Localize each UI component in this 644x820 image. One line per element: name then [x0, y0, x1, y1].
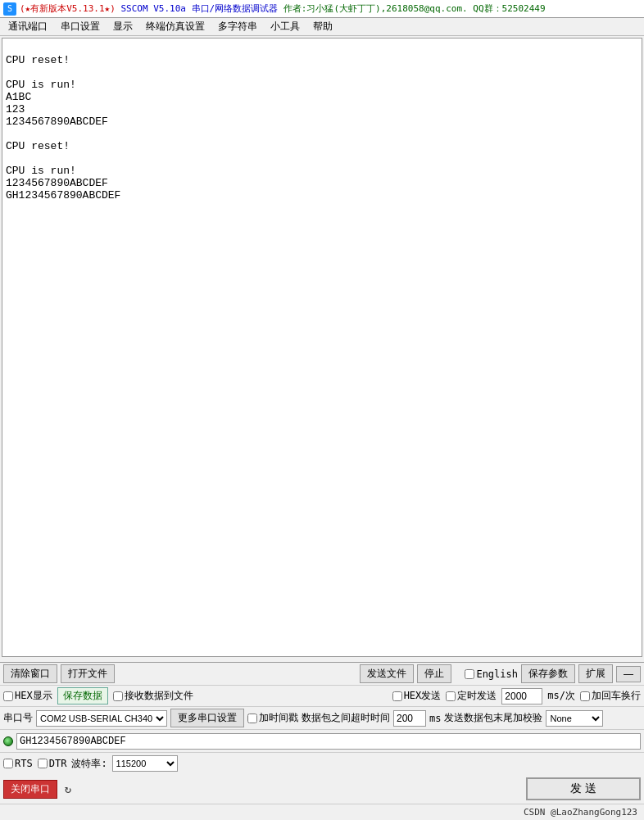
dtr-group: DTR: [38, 758, 67, 769]
com-row: 串口号 COM2 USB-SERIAL CH340 更多串口设置 加时间戳 数据…: [0, 707, 644, 730]
packet-timeout-input[interactable]: [393, 710, 426, 727]
baud-select[interactable]: 9600 19200 38400 57600 115200 230400 460…: [112, 755, 178, 772]
timed-send-label: 定时发送: [457, 689, 497, 703]
save-params-button[interactable]: 保存参数: [521, 664, 575, 683]
menu-tools[interactable]: 小工具: [264, 18, 306, 35]
clear-window-button[interactable]: 清除窗口: [3, 664, 57, 683]
close-port-button[interactable]: 关闭串口: [3, 780, 57, 799]
newline-checkbox[interactable]: [580, 691, 590, 701]
bottom-panel: 清除窗口 打开文件 发送文件 停止 English 保存参数 扩展 — HEX显…: [0, 662, 644, 820]
terminal-output: CPU reset! CPU is run! A1BC 123 12345678…: [2, 38, 642, 657]
hex-send-label: HEX发送: [404, 689, 442, 703]
menu-bar: 通讯端口 串口设置 显示 终端仿真设置 多字符串 小工具 帮助: [0, 18, 644, 36]
title-text: (★有新版本V5.13.1★) SSCOM V5.10a 串口/网络数据调试器 …: [20, 2, 546, 15]
menu-terminal[interactable]: 终端仿真设置: [139, 18, 211, 35]
receive-to-file-label: 接收数据到文件: [125, 689, 193, 703]
rts-checkbox[interactable]: [3, 759, 13, 768]
receive-to-file-checkbox[interactable]: [113, 691, 123, 701]
baud-label: 波特率:: [71, 757, 107, 771]
port-label: 串口号: [3, 711, 33, 725]
led-indicator: [3, 736, 13, 746]
hex-display-group: HEX显示: [3, 689, 52, 703]
timeout-unit-label: ms: [429, 713, 441, 724]
dtr-label: DTR: [49, 758, 67, 769]
english-check-group: English: [465, 668, 518, 680]
title-prefix: (★有新版本V5.13.1★): [20, 3, 116, 14]
receive-to-file-group: 接收数据到文件: [113, 689, 193, 703]
tail-check-label: 发送数据包末尾加校验: [444, 711, 542, 725]
rts-label: RTS: [15, 758, 33, 769]
send-button[interactable]: 发 送: [526, 777, 641, 800]
minimize-button[interactable]: —: [616, 666, 641, 682]
menu-port[interactable]: 通讯端口: [2, 18, 54, 35]
dtr-checkbox[interactable]: [38, 759, 48, 768]
title-appname: SSCOM V5.10a 串口/网络数据调试器: [120, 3, 278, 14]
menu-multistring[interactable]: 多字符串: [211, 18, 264, 35]
status-text: CSDN @LaoZhangGong123: [524, 807, 637, 818]
app-icon: S: [3, 2, 16, 16]
send-input[interactable]: [16, 733, 641, 750]
title-bar: S (★有新版本V5.13.1★) SSCOM V5.10a 串口/网络数据调试…: [0, 0, 644, 18]
timed-send-checkbox[interactable]: [446, 691, 456, 701]
terminal-text: CPU reset! CPU is run! A1BC 123 12345678…: [6, 54, 120, 202]
hex-display-label: HEX显示: [15, 689, 52, 703]
english-label: English: [476, 668, 518, 680]
timestamp-checkbox[interactable]: [247, 714, 257, 723]
stop-button[interactable]: 停止: [417, 664, 451, 683]
send-file-button[interactable]: 发送文件: [360, 664, 414, 683]
hex-send-group: HEX发送: [392, 689, 442, 703]
send-button-row: 关闭串口 ↻ 发 送: [0, 774, 644, 804]
expand-button[interactable]: 扩展: [578, 664, 613, 683]
newline-label: 加回车换行: [592, 689, 641, 703]
toolbar-row: 清除窗口 打开文件 发送文件 停止 English 保存参数 扩展 —: [0, 663, 644, 686]
hex-display-checkbox[interactable]: [3, 691, 13, 701]
add-timestamp-group: 加时间戳: [247, 711, 298, 725]
send-row: [0, 730, 644, 753]
refresh-icon[interactable]: ↻: [61, 781, 75, 796]
title-author: 作者:习小猛(大虾丁丁),2618058@qq.com. QQ群：5250244…: [283, 3, 546, 14]
tail-check-select[interactable]: None: [546, 710, 603, 727]
rts-group: RTS: [3, 758, 33, 769]
settings-row1: HEX显示 保存数据 接收数据到文件 HEX发送 定时发送 ms/次 加回车换行: [0, 686, 644, 707]
menu-help[interactable]: 帮助: [306, 18, 339, 35]
open-file-button[interactable]: 打开文件: [61, 664, 115, 683]
packet-timeout-label: 数据包之间超时时间: [302, 711, 390, 725]
menu-display[interactable]: 显示: [107, 18, 139, 35]
timestamp-label: 加时间戳: [259, 711, 298, 725]
hex-send-checkbox[interactable]: [392, 691, 402, 701]
status-bar: CSDN @LaoZhangGong123: [0, 804, 644, 820]
more-ports-button[interactable]: 更多串口设置: [170, 709, 244, 727]
interval-unit-label: ms/次: [547, 689, 575, 703]
english-checkbox[interactable]: [465, 669, 474, 679]
save-data-button[interactable]: 保存数据: [57, 687, 108, 704]
rts-dtr-row: RTS DTR 波特率: 9600 19200 38400 57600 1152…: [0, 753, 644, 774]
menu-serial-settings[interactable]: 串口设置: [54, 18, 107, 35]
newline-group: 加回车换行: [580, 689, 641, 703]
connection-indicator: [3, 736, 13, 746]
port-select[interactable]: COM2 USB-SERIAL CH340: [36, 710, 167, 727]
timed-send-group: 定时发送: [446, 689, 497, 703]
interval-input[interactable]: [501, 688, 542, 704]
